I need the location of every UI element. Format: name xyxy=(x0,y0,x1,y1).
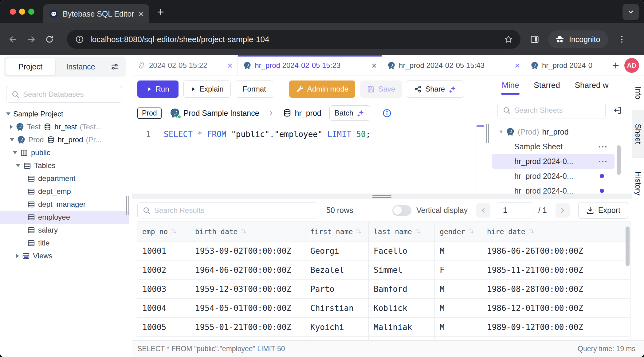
sort-icon[interactable] xyxy=(170,228,177,235)
tree-item-table-employee[interactable]: employee xyxy=(0,211,129,224)
export-button[interactable]: Export xyxy=(578,202,628,219)
sort-icon[interactable] xyxy=(468,228,474,235)
back-icon[interactable] xyxy=(8,34,18,44)
tree-settings-button[interactable] xyxy=(106,58,124,75)
tree-item-database-hr_test[interactable]: Test hr_test (Test... xyxy=(0,120,129,133)
panel-resize-handle[interactable] xyxy=(486,124,489,143)
page-number-input[interactable] xyxy=(496,202,533,218)
tree-item-tables-group[interactable]: Tables xyxy=(0,159,129,172)
sidebar-resize-handle[interactable] xyxy=(126,196,129,215)
column-header-birth_date[interactable]: birth_date xyxy=(190,222,305,241)
worksheet-tab-3[interactable]: hr_prod 2024-02-05 15:43 xyxy=(382,55,525,76)
tab-sheet[interactable]: Sheet xyxy=(632,110,644,158)
results-splitter[interactable] xyxy=(132,194,632,199)
table-cell: 1985-11-21T00:00:00Z xyxy=(482,261,600,279)
column-header-gender[interactable]: gender xyxy=(435,222,482,241)
close-tab-icon[interactable] xyxy=(227,62,233,69)
search-results-input[interactable] xyxy=(137,202,317,218)
tab-shared-with-me[interactable]: Shared w xyxy=(575,76,609,95)
tab-starred[interactable]: Starred xyxy=(534,76,560,95)
caret-right-icon[interactable] xyxy=(16,254,19,258)
caret-right-icon[interactable] xyxy=(10,125,13,129)
window-minimize-button[interactable] xyxy=(19,9,25,15)
caret-down-icon[interactable] xyxy=(13,151,17,154)
bookmark-star-icon[interactable] xyxy=(504,35,513,44)
browser-tab[interactable]: Bytebase SQL Editor xyxy=(43,4,149,23)
browser-tab-close-icon[interactable] xyxy=(138,10,144,17)
caret-down-icon[interactable] xyxy=(10,138,14,141)
sort-icon[interactable] xyxy=(528,228,535,235)
sort-icon[interactable] xyxy=(355,228,362,235)
column-header-first_name[interactable]: first_name xyxy=(305,222,369,241)
tree-item-project[interactable]: Sample Project xyxy=(0,108,129,120)
sheet-group-hr_prod[interactable]: (Prod) hr_prod xyxy=(492,124,615,139)
worksheet-tab-1[interactable]: 2024-02-05 15:22 xyxy=(132,55,238,76)
worksheet-tab-4[interactable]: hr_prod 2024-0 xyxy=(525,55,607,76)
column-header-last_name[interactable]: last_name xyxy=(369,222,435,241)
tab-project[interactable]: Project xyxy=(6,58,55,75)
close-tab-icon[interactable] xyxy=(371,62,377,69)
browser-menu-icon[interactable] xyxy=(617,35,626,44)
share-button[interactable]: Share xyxy=(407,80,464,98)
caret-down-icon[interactable] xyxy=(499,131,503,133)
splitter-handle[interactable] xyxy=(372,195,391,198)
tree-item-database-hr_prod[interactable]: Prod hr_prod (Pr... xyxy=(0,133,129,146)
forward-icon[interactable] xyxy=(26,34,36,44)
worksheet-tab-2-active[interactable]: hr_prod 2024-02-05 15:23 xyxy=(238,55,382,76)
caret-down-icon[interactable] xyxy=(6,112,10,116)
table-cell: 10005 xyxy=(137,318,190,336)
admin-mode-button[interactable]: Admin mode xyxy=(289,80,355,98)
tree-item-table-department[interactable]: department xyxy=(0,172,129,185)
instance-crumb[interactable]: Prod Sample Instance xyxy=(170,108,259,118)
window-close-button[interactable] xyxy=(10,9,16,15)
new-worksheet-button[interactable] xyxy=(607,55,624,76)
prev-page-button[interactable] xyxy=(476,203,490,218)
caret-down-icon[interactable] xyxy=(16,164,20,167)
next-page-button[interactable] xyxy=(556,203,570,218)
tab-history[interactable]: History xyxy=(632,158,644,209)
tree-item-views-group[interactable]: Views xyxy=(0,249,129,262)
tab-instance[interactable]: Instance xyxy=(55,58,106,75)
sheet-list-scrollbar[interactable] xyxy=(617,145,621,175)
reload-icon[interactable] xyxy=(45,35,54,44)
save-button[interactable]: Save xyxy=(360,80,402,98)
sort-icon[interactable] xyxy=(240,228,247,235)
sort-icon[interactable] xyxy=(414,228,421,235)
batch-mode-button[interactable]: Batch xyxy=(329,105,370,121)
more-menu-icon[interactable] xyxy=(599,146,607,147)
tab-info[interactable]: Info xyxy=(632,76,644,110)
results-scrollbar[interactable] xyxy=(626,226,630,266)
sheet-item-sample-sheet[interactable]: Sample Sheet xyxy=(492,139,615,154)
vertical-display-toggle[interactable] xyxy=(392,205,411,216)
sheet-item-unsaved[interactable]: hr_prod 2024-0... xyxy=(492,183,615,194)
tree-item-table-dept_manager[interactable]: dept_manager xyxy=(0,198,129,211)
search-databases-input[interactable] xyxy=(6,86,122,103)
run-button[interactable]: Run xyxy=(137,80,179,98)
new-browser-tab-button[interactable] xyxy=(155,7,166,17)
more-menu-icon[interactable] xyxy=(599,161,607,162)
search-sheets-input[interactable] xyxy=(497,102,606,119)
site-info-icon[interactable] xyxy=(75,35,84,44)
column-header-hire_date[interactable]: hire_date xyxy=(482,222,600,241)
connection-info-icon[interactable] xyxy=(382,108,392,118)
tree-item-table-title[interactable]: title xyxy=(0,237,129,249)
import-sheet-icon[interactable] xyxy=(613,106,622,115)
sheet-item-selected[interactable]: hr_prod 2024-0... xyxy=(492,154,615,169)
close-tab-icon[interactable] xyxy=(514,62,520,69)
column-header-emp_no[interactable]: emp_no xyxy=(137,222,190,241)
explain-button[interactable]: Explain xyxy=(183,80,231,98)
tree-item-table-salary[interactable]: salary xyxy=(0,224,129,237)
format-button[interactable]: Format xyxy=(236,80,273,98)
address-bar[interactable]: localhost:8080/sql-editor/sheet/project-… xyxy=(67,30,520,49)
window-maximize-button[interactable] xyxy=(28,9,34,15)
tab-search-chevron-button[interactable] xyxy=(622,4,639,20)
user-avatar[interactable]: AD xyxy=(624,58,639,73)
database-crumb[interactable]: hr_prod xyxy=(283,108,321,118)
tree-item-table-dept_emp[interactable]: dept_emp xyxy=(0,185,129,198)
sql-editor[interactable]: 1 SELECT * FROM "public"."employee" LIMI… xyxy=(132,124,476,194)
editor-minimap[interactable] xyxy=(476,124,485,194)
side-panel-icon[interactable] xyxy=(530,34,540,44)
sheet-item-unsaved[interactable]: hr_prod 2024-0... xyxy=(492,169,615,183)
tab-mine[interactable]: Mine xyxy=(502,76,519,95)
tree-item-schema-public[interactable]: public xyxy=(0,146,129,159)
